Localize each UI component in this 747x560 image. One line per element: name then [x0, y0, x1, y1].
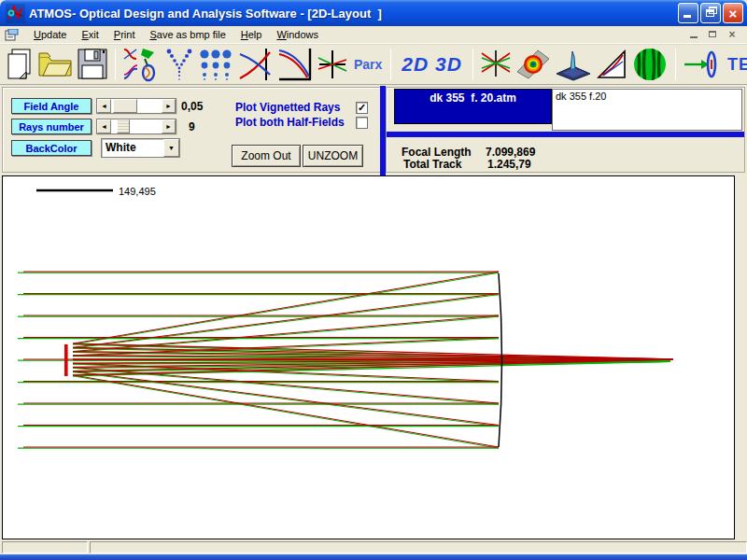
curves-cross-button[interactable]: [238, 46, 274, 83]
backcolor-button[interactable]: BackColor: [11, 140, 92, 156]
spot-diagram-button[interactable]: [515, 46, 551, 83]
surface-3d-button[interactable]: [555, 46, 592, 83]
rays-number-value: 9: [189, 120, 195, 133]
menu-save-as-bmp[interactable]: Save as bmp file: [142, 27, 233, 42]
chevron-down-icon[interactable]: ▼: [163, 139, 179, 157]
ray-spray-button[interactable]: [165, 46, 193, 83]
toolbar-separator: [472, 49, 473, 80]
new-file-icon: [6, 48, 34, 81]
menu-print[interactable]: Print: [106, 27, 143, 42]
triangle-plot-icon: [596, 49, 627, 80]
focal-length-value: 7.099,869: [486, 146, 535, 159]
fringes-icon: [631, 46, 669, 83]
unzoom-button[interactable]: UNZOOM: [303, 145, 363, 167]
analysis-plots-icon: [122, 47, 162, 82]
ray-lines: [18, 272, 673, 448]
focal-length-label: Focal Length: [402, 146, 472, 159]
toolbar: Parx 2D 3D: [0, 44, 747, 85]
field-angle-thumb[interactable]: [113, 99, 137, 113]
mdi-restore-icon: [709, 31, 716, 37]
mdi-child-icon[interactable]: [5, 29, 19, 41]
mdi-close-button[interactable]: ×: [725, 28, 740, 41]
scroll-right-icon[interactable]: ►: [162, 119, 176, 133]
toolbar-separator: [390, 49, 391, 80]
curve-plot-icon: [277, 47, 313, 82]
spot-matrix-icon: [197, 48, 234, 81]
toolbar-separator: [115, 49, 116, 80]
view-2d3d-button[interactable]: 2D 3D: [402, 46, 462, 83]
blue-divider-horizontal: [387, 132, 744, 137]
rays-number-scrollbar[interactable]: ◄ ►: [96, 119, 176, 134]
total-track-value: 1.245,79: [487, 158, 531, 171]
backcolor-dropdown[interactable]: White ▼: [101, 138, 180, 158]
title-bar: ATMOS- Optical Design and Analysis Softw…: [0, 0, 747, 26]
mdi-restore-button[interactable]: [706, 28, 721, 41]
ray-axes-icon: [317, 49, 348, 80]
spot-matrix-button[interactable]: [197, 46, 234, 83]
toolbar-separator: [675, 49, 676, 80]
scroll-left-icon[interactable]: ◄: [97, 99, 111, 113]
field-angle-value: 0,05: [181, 100, 203, 113]
surface-3d-icon: [555, 48, 592, 81]
plot-vignetted-label: Plot Vignetted Rays: [235, 101, 340, 114]
analysis-plots-button[interactable]: [122, 46, 162, 83]
zoom-out-button[interactable]: Zoom Out: [232, 145, 301, 167]
menu-bar: Update Exit Print Save as bmp file Help …: [0, 26, 747, 44]
scale-bar-label: 149,495: [119, 186, 156, 197]
rays-number-thumb[interactable]: [117, 119, 130, 133]
open-file-button[interactable]: [37, 46, 73, 83]
menu-exit[interactable]: Exit: [74, 27, 106, 42]
save-button[interactable]: [77, 46, 108, 83]
app-window: ATMOS- Optical Design and Analysis Softw…: [0, 0, 747, 560]
rays-number-button[interactable]: Rays number: [11, 119, 92, 134]
triangle-plot-button[interactable]: [596, 46, 627, 83]
blue-divider-vertical: [380, 86, 386, 175]
total-track-label: Total Track: [403, 158, 461, 171]
backcolor-value: White: [102, 139, 163, 157]
ray-fan-icon: [480, 48, 512, 81]
status-pane-main: [90, 541, 747, 553]
plot-half-fields-checkbox[interactable]: [356, 117, 368, 129]
plot-half-fields-label: Plot both Half-Fields: [235, 116, 345, 129]
restore-icon: [706, 9, 714, 17]
menu-windows[interactable]: Windows: [269, 27, 326, 42]
status-bar: [0, 540, 747, 554]
minimize-icon: [684, 15, 691, 18]
spot-diagram-icon: [515, 48, 551, 81]
layout-canvas: 149,495: [2, 175, 735, 539]
ray-diagram: 149,495: [3, 176, 734, 539]
scroll-right-icon[interactable]: ►: [162, 99, 176, 113]
ray-spray-icon: [165, 48, 193, 81]
menu-update[interactable]: Update: [26, 27, 74, 42]
file-list-box[interactable]: dk 355 f.20: [552, 89, 742, 131]
minimize-button[interactable]: [678, 3, 698, 23]
telescope-lens-button[interactable]: [683, 46, 720, 83]
parx-button[interactable]: Parx: [354, 46, 382, 83]
fringes-button[interactable]: [631, 46, 669, 83]
restore-button[interactable]: [700, 3, 721, 23]
curves-cross-icon: [238, 47, 274, 82]
menu-help[interactable]: Help: [233, 27, 270, 42]
control-panel: Field Angle ◄ ► 0,05 Rays number ◄ ► 9 B…: [0, 86, 747, 175]
close-icon: ×: [729, 7, 738, 21]
status-pane-left: [2, 541, 88, 553]
new-file-button[interactable]: [6, 46, 34, 83]
telescope-lens-icon: [683, 48, 720, 81]
field-angle-button[interactable]: Field Angle: [11, 98, 92, 114]
field-angle-scrollbar[interactable]: ◄ ►: [96, 98, 176, 114]
ray-axes-button[interactable]: [317, 46, 348, 83]
current-file-box: dk 355 f. 20.atm: [394, 89, 552, 124]
ray-fan-button[interactable]: [480, 46, 512, 83]
tel-button[interactable]: TEL: [727, 46, 747, 83]
secondary-mirror: [64, 344, 68, 376]
mdi-minimize-icon: [690, 36, 698, 38]
save-icon: [77, 48, 108, 81]
scroll-left-icon[interactable]: ◄: [97, 119, 111, 133]
window-bottom-border: [0, 554, 747, 560]
app-logo-icon: [6, 4, 25, 23]
close-button[interactable]: ×: [723, 3, 743, 23]
window-title: ATMOS- Optical Design and Analysis Softw…: [29, 7, 678, 21]
mdi-minimize-button[interactable]: [687, 28, 702, 41]
plot-vignetted-checkbox[interactable]: ✓: [356, 102, 368, 114]
curve-plot-button[interactable]: [277, 46, 313, 83]
